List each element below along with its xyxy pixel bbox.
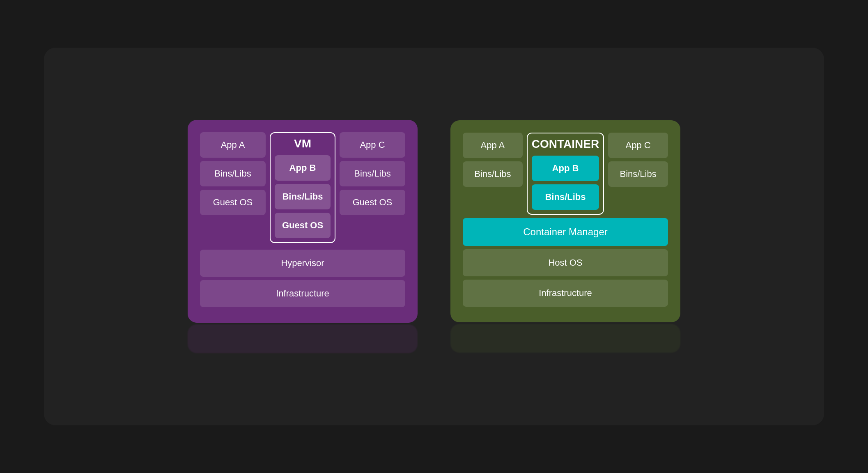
vm-bins-libs-c-cell: Bins/Libs [340,161,405,186]
vm-panel-wrapper: App A Bins/Libs Guest OS VM App B Bins/L… [188,120,418,353]
vm-guest-os-b-cell: Guest OS [275,213,331,238]
vm-guest-os-c-cell: Guest OS [340,190,405,215]
vm-outlined-box: VM App B Bins/Libs Guest OS [270,132,335,243]
vm-app-c-cell: App C [340,132,405,158]
container-right-cells: App C Bins/Libs [608,133,668,187]
container-host-os-row: Host OS [463,249,668,276]
vm-center-box: VM App B Bins/Libs Guest OS [270,132,335,246]
vm-guest-os-a-cell: Guest OS [200,190,266,215]
vm-title: VM [275,137,331,150]
container-app-c-cell: App C [608,133,668,158]
container-app-a-cell: App A [463,133,523,158]
container-outlined-box: CONTAINER App B Bins/Libs [527,133,604,215]
container-app-b-cell: App B [532,156,599,181]
main-container: App A Bins/Libs Guest OS VM App B Bins/L… [44,48,824,425]
container-bins-libs-a-cell: Bins/Libs [463,161,523,187]
vm-panel: App A Bins/Libs Guest OS VM App B Bins/L… [188,120,418,323]
vm-app-b-cell: App B [275,155,331,181]
container-manager-row: Container Manager [463,218,668,246]
vm-bins-libs-a-cell: Bins/Libs [200,161,266,186]
container-reflection [450,324,680,353]
container-bins-libs-c-cell: Bins/Libs [608,161,668,187]
container-bins-libs-b-cell: Bins/Libs [532,184,599,210]
container-left-cells: App A Bins/Libs [463,133,523,187]
vm-bins-libs-b-cell: Bins/Libs [275,184,331,209]
container-top-section: App A Bins/Libs CONTAINER App B Bins/Lib… [463,133,668,215]
container-center-box: CONTAINER App B Bins/Libs [527,133,604,215]
vm-right-cells: App C Bins/Libs Guest OS [340,132,405,215]
vm-hypervisor-row: Hypervisor [200,250,405,277]
vm-app-a-cell: App A [200,132,266,158]
vm-infrastructure-row: Infrastructure [200,280,405,307]
container-infrastructure-row: Infrastructure [463,280,668,307]
vm-reflection [188,324,418,353]
vm-top-section: App A Bins/Libs Guest OS VM App B Bins/L… [200,132,405,246]
vm-left-cells: App A Bins/Libs Guest OS [200,132,266,215]
container-panel: App A Bins/Libs CONTAINER App B Bins/Lib… [450,120,680,322]
container-panel-wrapper: App A Bins/Libs CONTAINER App B Bins/Lib… [450,120,680,353]
container-title: CONTAINER [532,138,599,151]
